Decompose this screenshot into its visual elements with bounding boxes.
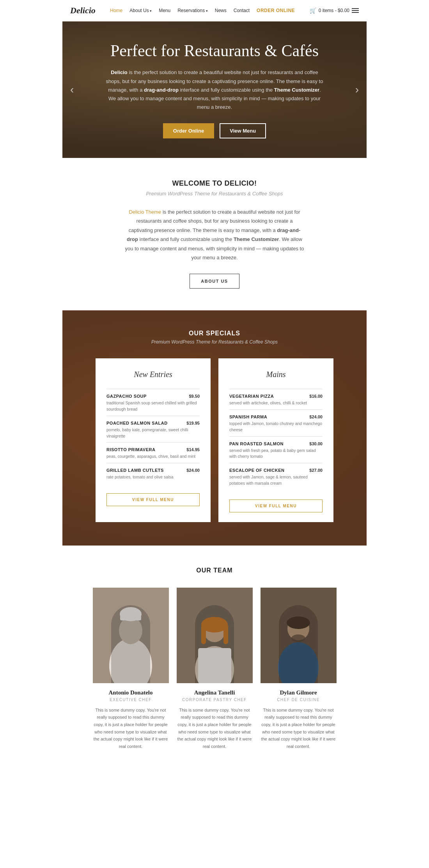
hero-section: ‹ Perfect for Restaurants & Cafés Delici… [62, 21, 367, 158]
svg-rect-6 [177, 588, 253, 683]
item-name: VEGETARIAN PIZZA [229, 394, 274, 399]
team-photo-antonio [93, 588, 169, 683]
team-member-2: Angelina Tanelli CORPORATE PASTRY CHEF T… [177, 588, 253, 750]
cart-label: 0 items - $0.00 [319, 8, 349, 13]
hamburger-menu[interactable] [352, 8, 359, 13]
svg-rect-11 [223, 625, 228, 644]
hero-next-button[interactable]: › [351, 80, 363, 100]
item-name: RISOTTO PRIMAVERA [106, 447, 155, 452]
team-photo-dylan [261, 588, 337, 683]
menu-card-new-entries: New Entries GAZPACHO SOUP $9.50 traditio… [96, 358, 211, 522]
view-full-menu-btn-2[interactable]: VIEW FULL MENU [229, 500, 323, 512]
specials-section: OUR SPECIALS Premium WordPress Theme for… [62, 310, 367, 545]
team-member-3: Dylan Gilmore CHEF DE CUISINE This is so… [261, 588, 337, 750]
site-header: Delicio Home About Us Menu Reservations … [62, 0, 367, 21]
svg-point-18 [291, 634, 305, 642]
nav-contact[interactable]: Contact [234, 8, 250, 13]
item-price: $16.00 [309, 394, 323, 399]
member-bio-3: This is some dummy copy. You're not real… [261, 707, 337, 750]
hero-body: Delicio is the perfect solution to creat… [105, 68, 324, 111]
nav-about[interactable]: About Us [129, 8, 152, 13]
menu-item: PAN ROASTED SALMON $30.00 served with fr… [229, 436, 323, 463]
team-photo-angelina [177, 588, 253, 683]
menu-item: ESCALOPE OF CHICKEN $27.00 served with J… [229, 463, 323, 490]
item-price: $9.50 [189, 394, 200, 399]
nav-menu[interactable]: Menu [159, 8, 170, 13]
order-online-button[interactable]: ORDER ONLINE [257, 8, 295, 13]
svg-point-9 [201, 617, 228, 632]
svg-rect-14 [261, 588, 337, 683]
site-logo[interactable]: Delicio [70, 5, 96, 16]
hero-buttons: Order Online View Menu [105, 123, 324, 138]
team-member-1: Antonio Donatelo EXECUTIVE CHEF This is … [93, 588, 169, 750]
svg-rect-0 [93, 588, 169, 683]
item-desc: served with artichoke, olives, chilli & … [229, 400, 323, 406]
cart-area[interactable]: 🛒 0 items - $0.00 [310, 7, 359, 14]
member-bio-1: This is some dummy copy. You're not real… [93, 707, 169, 750]
welcome-body: Delicio Theme is the perfect solution to… [125, 207, 304, 262]
member-role-1: EXECUTIVE CHEF [93, 698, 169, 702]
item-desc: served with fresh pea, potato & baby gem… [229, 448, 323, 460]
svg-point-15 [278, 642, 319, 683]
specials-content: OUR SPECIALS Premium WordPress Theme for… [74, 330, 355, 522]
item-price: $24.00 [186, 468, 200, 473]
item-desc: traditional Spanish soup served chilled … [106, 400, 200, 413]
item-name: GAZPACHO SOUP [106, 394, 147, 399]
delicio-theme-link[interactable]: Delicio Theme [129, 209, 161, 215]
hero-title: Perfect for Restaurants & Cafés [105, 41, 324, 60]
cart-icon: 🛒 [310, 7, 316, 14]
menu-item: VEGETARIAN PIZZA $16.00 served with arti… [229, 389, 323, 409]
menu-item: GAZPACHO SOUP $9.50 traditional Spanish … [106, 389, 200, 416]
item-desc: pomelo, baby kale, pomegranate, sweet ch… [106, 427, 200, 439]
item-price: $14.95 [186, 447, 200, 452]
svg-rect-10 [201, 625, 206, 644]
svg-point-8 [204, 617, 225, 642]
team-section: OUR TEAM Antonio Donatelo EX [62, 546, 367, 766]
hero-prev-button[interactable]: ‹ [66, 80, 78, 100]
nav-home[interactable]: Home [110, 8, 122, 13]
item-desc: rate potatoes, tomato and olive salsa [106, 474, 200, 480]
member-name-1: Antonio Donatelo [93, 689, 169, 696]
welcome-heading: WELCOME TO DELICIO! [94, 179, 335, 188]
welcome-subtitle: Premium WordPress Theme for Restaurants … [94, 191, 335, 197]
member-name-3: Dylan Gilmore [261, 689, 337, 696]
svg-rect-12 [198, 648, 231, 683]
menu-item: POACHED SALMON SALAD $19.95 pomelo, baby… [106, 416, 200, 443]
item-name: ESCALOPE OF CHICKEN [229, 468, 285, 473]
view-full-menu-btn-1[interactable]: VIEW FULL MENU [106, 493, 200, 506]
menu-card-mains: Mains VEGETARIAN PIZZA $16.00 served wit… [218, 358, 333, 522]
item-desc: topped with Jamon, tomato chutney and ma… [229, 421, 323, 433]
item-name: PAN ROASTED SALMON [229, 441, 284, 446]
nav-reservations[interactable]: Reservations [177, 8, 208, 13]
nav-news[interactable]: News [215, 8, 227, 13]
menu-item: GRILLED LAMB CUTLETS $24.00 rate potatoe… [106, 463, 200, 484]
svg-point-1 [109, 638, 152, 683]
hero-content: Perfect for Restaurants & Cafés Delicio … [105, 41, 324, 138]
menu-item: SPANISH PARMA $24.00 topped with Jamon, … [229, 409, 323, 436]
team-heading: OUR TEAM [74, 567, 355, 574]
team-grid: Antonio Donatelo EXECUTIVE CHEF This is … [74, 588, 355, 750]
view-menu-hero-button[interactable]: View Menu [220, 123, 266, 138]
order-online-hero-button[interactable]: Order Online [163, 123, 214, 138]
item-name: SPANISH PARMA [229, 415, 267, 419]
item-name: POACHED SALMON SALAD [106, 421, 168, 425]
svg-point-4 [120, 607, 142, 621]
svg-rect-3 [120, 616, 141, 620]
about-us-button[interactable]: ABOUT US [190, 274, 239, 289]
item-price: $19.95 [186, 421, 200, 425]
card-title-mains: Mains [229, 370, 323, 379]
specials-heading: OUR SPECIALS [74, 330, 355, 337]
svg-point-17 [287, 616, 310, 629]
menu-item: RISOTTO PRIMAVERA $14.95 peas, courgette… [106, 442, 200, 463]
specials-subtitle: Premium WordPress Theme for Restaurants … [74, 339, 355, 345]
member-role-3: CHEF DE CUISINE [261, 698, 337, 702]
item-price: $30.00 [309, 441, 323, 446]
main-nav: Home About Us Menu Reservations News Con… [110, 8, 295, 13]
member-role-2: CORPORATE PASTRY CHEF [177, 698, 253, 702]
svg-point-16 [287, 617, 309, 640]
menu-cards-container: New Entries GAZPACHO SOUP $9.50 traditio… [74, 358, 355, 522]
item-price: $24.00 [309, 415, 323, 419]
member-name-2: Angelina Tanelli [177, 689, 253, 696]
welcome-section: WELCOME TO DELICIO! Premium WordPress Th… [62, 158, 367, 310]
item-name: GRILLED LAMB CUTLETS [106, 468, 164, 473]
